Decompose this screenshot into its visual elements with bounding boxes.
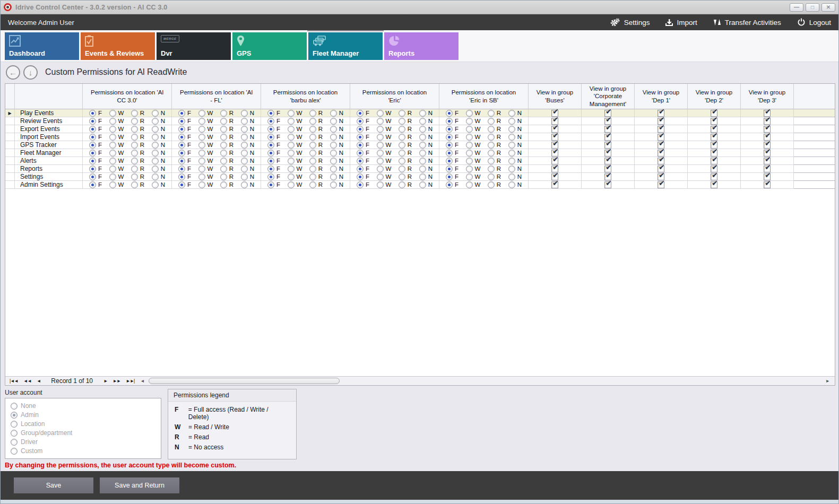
radio-r[interactable]: [399, 134, 405, 141]
permission-option-n[interactable]: N: [330, 181, 343, 188]
radio-w[interactable]: [109, 166, 116, 172]
hscroll-track[interactable]: [149, 378, 822, 385]
radio-r[interactable]: [309, 134, 316, 141]
permission-option-n[interactable]: N: [508, 134, 522, 141]
permission-option-f[interactable]: F: [267, 126, 280, 133]
permission-option-r[interactable]: R: [220, 126, 233, 133]
radio-r[interactable]: [131, 126, 138, 133]
radio-n[interactable]: [241, 158, 248, 164]
radio-n[interactable]: [152, 166, 159, 172]
permission-option-r[interactable]: R: [131, 181, 144, 188]
radio-w[interactable]: [109, 150, 116, 157]
radio-f-selected[interactable]: [178, 126, 185, 133]
pager-prev-page-icon[interactable]: ◄◄: [21, 378, 33, 384]
permission-option-f[interactable]: F: [357, 181, 369, 188]
radio-r[interactable]: [309, 173, 316, 180]
radio-unselected[interactable]: [11, 439, 18, 446]
radio-n[interactable]: [330, 181, 337, 188]
radio-f-selected[interactable]: [178, 134, 185, 141]
user-account-option-location[interactable]: Location: [11, 420, 155, 428]
radio-n[interactable]: [419, 110, 426, 117]
radio-n[interactable]: [241, 118, 248, 125]
permission-option-r[interactable]: R: [309, 118, 323, 125]
permission-option-r[interactable]: R: [488, 134, 501, 141]
permission-option-w[interactable]: W: [466, 110, 481, 117]
save-button[interactable]: Save: [14, 477, 93, 493]
radio-w[interactable]: [109, 118, 116, 125]
permission-option-w[interactable]: W: [198, 150, 213, 157]
permission-option-n[interactable]: N: [508, 126, 522, 133]
permission-option-n[interactable]: N: [419, 166, 433, 172]
radio-w[interactable]: [198, 173, 205, 180]
radio-w[interactable]: [466, 150, 473, 157]
group-checkbox[interactable]: [604, 181, 611, 188]
radio-w[interactable]: [466, 181, 473, 188]
permission-option-w[interactable]: W: [288, 150, 302, 157]
radio-w[interactable]: [198, 150, 205, 157]
radio-f-selected[interactable]: [89, 142, 96, 149]
permission-option-n[interactable]: N: [419, 150, 433, 157]
radio-w[interactable]: [109, 158, 116, 164]
radio-n[interactable]: [330, 126, 337, 133]
radio-w[interactable]: [288, 158, 295, 164]
permission-option-r[interactable]: R: [309, 142, 323, 149]
permission-option-n[interactable]: N: [419, 142, 433, 149]
radio-w[interactable]: [288, 150, 295, 157]
permission-option-r[interactable]: R: [309, 110, 323, 117]
radio-n[interactable]: [508, 118, 515, 125]
radio-f-selected[interactable]: [446, 110, 453, 117]
transfer-activities-button[interactable]: Transfer Activities: [713, 18, 781, 27]
permission-option-r[interactable]: R: [488, 150, 501, 157]
permission-option-r[interactable]: R: [131, 166, 144, 172]
radio-n[interactable]: [152, 173, 159, 180]
permission-option-f[interactable]: F: [89, 142, 102, 149]
permission-option-f[interactable]: F: [267, 142, 280, 149]
permission-option-f[interactable]: F: [446, 134, 459, 141]
radio-r[interactable]: [399, 126, 405, 133]
permission-option-f[interactable]: F: [178, 158, 191, 164]
permission-option-f[interactable]: F: [446, 166, 459, 172]
radio-f-selected[interactable]: [89, 158, 96, 164]
radio-f-selected[interactable]: [357, 118, 364, 125]
permission-option-w[interactable]: W: [288, 181, 302, 188]
radio-r[interactable]: [131, 110, 138, 117]
radio-n[interactable]: [330, 158, 337, 164]
permission-option-r[interactable]: R: [488, 173, 501, 180]
radio-n[interactable]: [508, 150, 515, 157]
radio-n[interactable]: [241, 173, 248, 180]
radio-w[interactable]: [466, 118, 473, 125]
permission-option-r[interactable]: R: [399, 118, 412, 125]
radio-f-selected[interactable]: [89, 118, 96, 125]
radio-f-selected[interactable]: [178, 110, 185, 117]
permission-option-r[interactable]: R: [488, 181, 501, 188]
radio-r[interactable]: [309, 118, 316, 125]
permission-option-f[interactable]: F: [178, 118, 191, 125]
radio-r[interactable]: [488, 126, 495, 133]
permission-option-f[interactable]: F: [267, 166, 280, 172]
logout-button[interactable]: Logout: [797, 18, 831, 27]
radio-w[interactable]: [109, 126, 116, 133]
permission-option-f[interactable]: F: [357, 126, 369, 133]
permission-option-r[interactable]: R: [488, 158, 501, 164]
permission-option-f[interactable]: F: [267, 150, 280, 157]
radio-w[interactable]: [109, 181, 116, 188]
tab-fleet-manager[interactable]: Fleet Manager: [308, 32, 383, 60]
radio-w[interactable]: [198, 158, 205, 164]
radio-n[interactable]: [419, 158, 426, 164]
permission-option-f[interactable]: F: [446, 110, 459, 117]
permission-option-r[interactable]: R: [131, 134, 144, 141]
permission-option-n[interactable]: N: [419, 110, 433, 117]
radio-n[interactable]: [508, 134, 515, 141]
radio-w[interactable]: [288, 110, 295, 117]
permission-option-n[interactable]: N: [241, 158, 254, 164]
radio-r[interactable]: [131, 150, 138, 157]
permission-option-w[interactable]: W: [198, 110, 213, 117]
permission-option-f[interactable]: F: [89, 173, 102, 180]
radio-w[interactable]: [198, 118, 205, 125]
radio-n[interactable]: [419, 118, 426, 125]
radio-n[interactable]: [152, 110, 159, 117]
radio-w[interactable]: [377, 126, 384, 133]
permission-option-w[interactable]: W: [377, 173, 392, 180]
permission-option-r[interactable]: R: [488, 110, 501, 117]
permission-option-w[interactable]: W: [466, 173, 481, 180]
